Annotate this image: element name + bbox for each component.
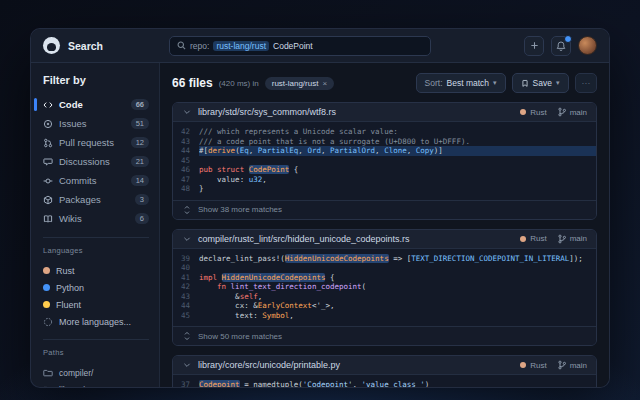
- code-token: Eq: [240, 146, 249, 155]
- line-number[interactable]: 43: [173, 137, 199, 147]
- bell-icon: [556, 41, 566, 51]
- line-number[interactable]: 45: [173, 156, 199, 166]
- user-avatar[interactable]: [578, 36, 597, 55]
- file-path-link[interactable]: library/core/src/unicode/printable.py: [198, 360, 340, 370]
- code-token: &: [199, 292, 240, 301]
- notifications-button[interactable]: [551, 36, 571, 56]
- code-snippet: 37Codepoint = namedtuple('Codepoint', 'v…: [173, 375, 596, 387]
- line-number[interactable]: 47: [173, 175, 199, 185]
- code-line: 45 text: Symbol,: [173, 311, 596, 321]
- sidebar-item-code[interactable]: Code 66: [43, 95, 149, 114]
- line-number[interactable]: 39: [173, 254, 199, 264]
- line-number[interactable]: 43: [173, 292, 199, 302]
- save-button[interactable]: Save ▾: [512, 73, 569, 93]
- more-options-button[interactable]: ⋯: [575, 73, 598, 93]
- path-filter[interactable]: compiler/: [43, 364, 149, 381]
- path-filter[interactable]: library/: [43, 381, 149, 387]
- sidebar-item-commits[interactable]: Commits 14: [43, 171, 149, 190]
- result-file-header[interactable]: library/core/src/unicode/printable.py Ru…: [173, 356, 596, 375]
- sidebar-title: Filter by: [43, 74, 149, 86]
- line-content: }: [199, 184, 596, 194]
- result-file-header[interactable]: library/std/src/sys_common/wtf8.rs Rust …: [173, 103, 596, 122]
- code-token: text:: [199, 311, 262, 320]
- line-number[interactable]: 46: [173, 165, 199, 175]
- language-filter-rust[interactable]: Rust: [43, 262, 149, 279]
- code-line: 40: [173, 263, 596, 273]
- line-content: text: Symbol,: [199, 311, 596, 321]
- discussion-icon: [43, 157, 53, 167]
- create-new-button[interactable]: [524, 36, 544, 56]
- code-token: [199, 282, 217, 291]
- paths-list: compiler/library/src/src/test/src/test/u…: [43, 364, 149, 387]
- folder-icon: [43, 368, 53, 378]
- file-path-link[interactable]: compiler/rustc_lint/src/hidden_unicode_c…: [198, 234, 410, 244]
- code-snippet: 42/// which represents a Unicode scalar …: [173, 122, 596, 200]
- code-line: 42 fn lint_text_direction_codepoint(: [173, 282, 596, 292]
- language-filter-python[interactable]: Python: [43, 279, 149, 296]
- code-token: <'_>,: [312, 301, 335, 310]
- language-dot: [43, 284, 50, 291]
- language-label: Python: [56, 283, 84, 293]
- close-icon[interactable]: ×: [322, 79, 327, 88]
- language-filter-more-languages[interactable]: More languages...: [43, 313, 149, 330]
- line-content: /// which represents a Unicode scalar va…: [199, 127, 596, 137]
- result-file-header[interactable]: compiler/rustc_lint/src/hidden_unicode_c…: [173, 230, 596, 249]
- code-token: /// a code point that is not a surrogate…: [199, 137, 470, 146]
- sidebar-item-pull-requests[interactable]: Pull requests 12: [43, 133, 149, 152]
- match-highlight: HiddenUnicodeCodepoints: [285, 254, 389, 263]
- code-token: /// which represents a Unicode scalar va…: [199, 127, 398, 136]
- repo-filter-chip[interactable]: rust-lang/rust ×: [265, 77, 334, 90]
- github-logo[interactable]: [43, 37, 60, 54]
- code-token: {: [289, 165, 298, 174]
- branch-label: main: [570, 361, 587, 370]
- line-number[interactable]: 37: [173, 380, 199, 387]
- file-path-link[interactable]: library/std/src/sys_common/wtf8.rs: [198, 107, 336, 117]
- match-highlight: Codepoint: [199, 380, 240, 387]
- save-label: Save: [533, 78, 552, 88]
- results-timing: (420 ms) in: [219, 79, 259, 88]
- show-more-matches-button[interactable]: Show 50 more matches: [173, 326, 596, 345]
- line-content: [199, 156, 596, 166]
- language-label: Rust: [530, 108, 546, 117]
- line-content: Codepoint = namedtuple('Codepoint', 'val…: [199, 380, 596, 387]
- line-number[interactable]: 42: [173, 127, 199, 137]
- line-number[interactable]: 44: [173, 301, 199, 311]
- sidebar-divider: [43, 339, 149, 340]
- search-query-text: CodePoint: [273, 41, 313, 51]
- code-token: EarlyContext: [258, 301, 312, 310]
- count-badge: 51: [131, 118, 149, 129]
- branch-icon: [557, 234, 567, 244]
- language-label: More languages...: [59, 317, 131, 327]
- line-number[interactable]: 40: [173, 263, 199, 273]
- chevron-down-icon: [182, 107, 192, 117]
- global-search-input[interactable]: repo:rust-lang/rust CodePoint: [169, 36, 431, 56]
- sort-dropdown[interactable]: Sort: Best match ▾: [416, 73, 506, 93]
- code-token: => [: [389, 254, 412, 263]
- line-number[interactable]: 48: [173, 184, 199, 194]
- sidebar-item-issues[interactable]: Issues 51: [43, 114, 149, 133]
- sidebar-item-discussions[interactable]: Discussions 21: [43, 152, 149, 171]
- search-qualifier-prefix: repo:: [190, 41, 209, 51]
- sidebar-item-wikis[interactable]: Wikis 6: [43, 209, 149, 228]
- code-line: 41impl HiddenUnicodeCodepoints {: [173, 273, 596, 283]
- unfold-icon: [182, 331, 192, 341]
- branch-icon: [557, 360, 567, 370]
- line-number[interactable]: 45: [173, 311, 199, 321]
- code-line: 46pub struct CodePoint {: [173, 165, 596, 175]
- code-token: #[: [199, 146, 208, 155]
- sidebar-item-packages[interactable]: Packages 3: [43, 190, 149, 209]
- line-number[interactable]: 41: [173, 273, 199, 283]
- code-token: ): [425, 380, 430, 387]
- language-filter-fluent[interactable]: Fluent: [43, 296, 149, 313]
- code-line: 42/// which represents a Unicode scalar …: [173, 127, 596, 137]
- result-cards: library/std/src/sys_common/wtf8.rs Rust …: [172, 102, 597, 387]
- package-icon: [43, 195, 53, 205]
- plus-icon: [530, 41, 539, 50]
- line-number[interactable]: 44: [173, 146, 199, 156]
- code-token: {: [325, 273, 334, 282]
- code-line: 43 &self,: [173, 292, 596, 302]
- line-number[interactable]: 42: [173, 282, 199, 292]
- code-line: 45: [173, 156, 596, 166]
- chevron-down-icon: ▾: [556, 79, 560, 87]
- show-more-matches-button[interactable]: Show 38 more matches: [173, 200, 596, 219]
